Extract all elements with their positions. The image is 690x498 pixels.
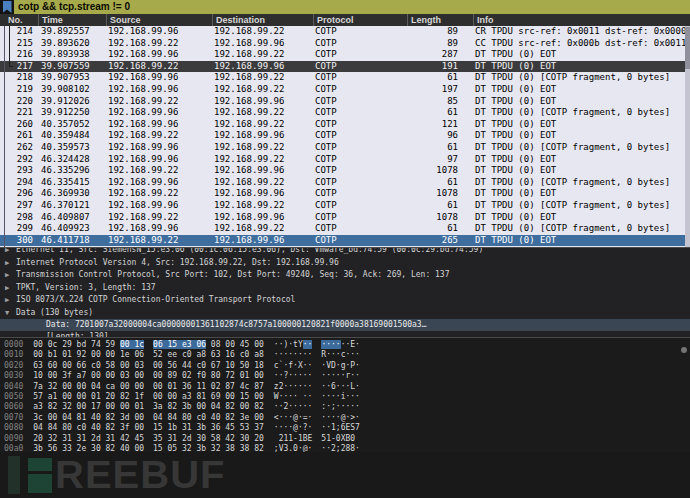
hex-bytes-left[interactable]: 00 0c 29 bd 74 59 00 1c [33, 340, 144, 349]
hex-ascii-left[interactable]: ········ [274, 350, 313, 359]
expand-arrow-icon[interactable]: ▶ [5, 247, 16, 257]
hex-ascii-left[interactable]: ····@·?· [274, 423, 313, 432]
hex-bytes-right[interactable]: 35 31 2d 30 58 42 30 20 [153, 434, 264, 443]
packet-row[interactable]: 29646.369930192.168.99.22192.168.99.96CO… [0, 188, 690, 200]
expand-arrow-icon[interactable]: ▶ [5, 270, 16, 282]
packet-row[interactable]: 21539.893620192.168.99.22192.168.99.96CO… [0, 38, 690, 50]
hex-row[interactable]: 001000 b1 01 92 00 00 1e 0652 ee c0 a8 6… [4, 350, 690, 360]
hex-bytes-left[interactable]: 04 84 80 c0 40 82 3f 00 [33, 423, 144, 432]
packet-row[interactable]: 29346.335296192.168.99.22192.168.99.96CO… [0, 165, 690, 177]
hex-row[interactable]: 0060a3 82 32 00 17 00 00 013a 82 3b 00 0… [4, 402, 690, 412]
col-header-time[interactable]: Time [38, 14, 106, 26]
detail-row[interactable]: ▼Data (130 bytes) [0, 307, 690, 320]
packet-row[interactable]: 21839.907953192.168.99.96192.168.99.22CO… [0, 72, 690, 84]
col-header-destination[interactable]: Destination [212, 14, 313, 26]
col-header-protocol[interactable]: Protocol [313, 14, 407, 26]
packet-row[interactable]: 21739.907559192.168.99.22192.168.99.96CO… [0, 61, 690, 73]
packet-list-scrollbar[interactable] [685, 26, 690, 247]
hex-scrollbar-thumb[interactable] [681, 347, 687, 353]
expand-arrow-icon[interactable]: ▶ [5, 283, 16, 295]
hex-ascii-left[interactable]: W···· ·· [274, 392, 313, 401]
packet-row[interactable]: 29746.370121192.168.99.96192.168.99.22CO… [0, 200, 690, 212]
hex-bytes-left[interactable]: 20 32 31 31 2d 31 42 45 [33, 434, 144, 443]
expand-arrow-icon[interactable]: ▼ [5, 308, 16, 320]
hex-ascii-left[interactable]: ··?····· [274, 371, 313, 380]
hex-ascii-right[interactable]: ······E· [321, 340, 360, 349]
col-header-length[interactable]: Length [407, 14, 473, 26]
hex-ascii-right[interactable]: ··1;6ES7 [321, 423, 360, 432]
hex-ascii-left[interactable]: 211-1BE [274, 434, 313, 443]
hex-row[interactable]: 008004 84 80 c0 40 82 3f 0015 1b 31 3b 3… [4, 423, 690, 433]
filter-bookmark-button[interactable] [0, 0, 14, 14]
hex-ascii-left[interactable]: z2······ [274, 382, 313, 391]
hex-row[interactable]: 009020 32 31 31 2d 31 42 4535 31 2d 30 5… [4, 434, 690, 444]
detail-row[interactable]: ▶TPKT, Version: 3, Length: 137 [0, 282, 690, 295]
hex-bytes-right[interactable]: 00 01 36 11 02 87 4c 87 [153, 382, 264, 391]
hex-ascii-right[interactable]: ·VD·g·P· [321, 361, 360, 370]
packet-row[interactable]: 30046.411718192.168.99.22192.168.99.96CO… [0, 235, 690, 247]
hex-ascii-left[interactable]: ··)·tY·· [274, 340, 313, 349]
packet-row[interactable]: 29946.409923192.168.99.96192.168.99.22CO… [0, 223, 690, 235]
hex-ascii-left[interactable]: <···@·=· [274, 413, 313, 422]
hex-row[interactable]: 00a03b 56 33 2e 30 82 40 0015 05 32 3b 3… [4, 444, 690, 452]
expand-arrow-icon[interactable]: ▶ [5, 295, 16, 307]
hex-ascii-right[interactable]: ··6···L· [321, 382, 360, 391]
hex-row[interactable]: 000000 0c 29 bd 74 59 00 1c06 15 e3 06 0… [4, 340, 690, 350]
col-header-info[interactable]: Info [473, 14, 690, 26]
packet-row[interactable]: 29846.409807192.168.99.22192.168.99.96CO… [0, 212, 690, 224]
hex-ascii-left[interactable]: ··2····· [274, 402, 313, 411]
hex-ascii-right[interactable]: 51-0XB0 [321, 434, 360, 443]
packet-row[interactable]: 21939.908102192.168.99.96192.168.99.22CO… [0, 84, 690, 96]
hex-bytes-right[interactable]: 00 89 02 f0 80 72 01 00 [153, 371, 264, 380]
hex-bytes-left[interactable]: 7a 32 00 00 04 ca 00 00 [33, 382, 144, 391]
hex-ascii-right[interactable]: :·;····· [321, 402, 360, 411]
packet-row[interactable]: 26140.359484192.168.99.22192.168.99.96CO… [0, 130, 690, 142]
hex-bytes-right[interactable]: 52 ee c0 a8 63 16 c0 a8 [153, 350, 264, 359]
hex-ascii-right[interactable]: ·····r·· [321, 371, 360, 380]
hex-bytes-left[interactable]: 57 a1 00 00 01 20 82 1f [33, 392, 144, 401]
hex-bytes-right[interactable]: 04 84 80 c0 40 82 3e 00 [153, 413, 264, 422]
cell-gutter [0, 188, 14, 200]
col-header-no[interactable]: No. [0, 14, 38, 26]
detail-row[interactable]: Data: 7201007a32000004ca0000000136110287… [0, 319, 690, 331]
hex-bytes-right[interactable]: 15 1b 31 3b 36 45 53 37 [153, 423, 264, 432]
detail-row[interactable]: ▶Transmission Control Protocol, Src Port… [0, 269, 690, 282]
hex-bytes-left[interactable]: 10 00 3f a7 00 00 03 00 [33, 371, 144, 380]
expand-arrow-icon[interactable]: ▶ [5, 258, 16, 270]
hex-bytes-right[interactable]: 06 15 e3 06 08 00 45 00 [153, 340, 264, 349]
hex-ascii-right[interactable]: ··2;288· [321, 444, 360, 452]
packet-row[interactable]: 29246.324428192.168.99.96192.168.99.22CO… [0, 154, 690, 166]
hex-bytes-right[interactable]: 00 56 44 c0 67 10 50 18 [153, 361, 264, 370]
hex-bytes-left[interactable]: a3 82 32 00 17 00 00 01 [33, 402, 144, 411]
hex-ascii-left[interactable]: c`·f·X·· [274, 361, 313, 370]
packet-row[interactable]: 22139.912250192.168.99.96192.168.99.22CO… [0, 107, 690, 119]
hex-bytes-left[interactable]: 3b 56 33 2e 30 82 40 00 [33, 444, 144, 452]
packet-row[interactable]: 26240.359573192.168.99.96192.168.99.22CO… [0, 142, 690, 154]
hex-ascii-right[interactable]: ····i··· [321, 392, 360, 401]
packet-row[interactable]: 22039.912026192.168.99.22192.168.99.96CO… [0, 96, 690, 108]
hex-row[interactable]: 003010 00 3f a7 00 00 03 0000 89 02 f0 8… [4, 371, 690, 381]
packet-row[interactable]: 29446.335415192.168.99.96192.168.99.22CO… [0, 177, 690, 189]
hex-row[interactable]: 002063 60 00 66 c0 58 00 0300 56 44 c0 6… [4, 361, 690, 371]
packet-row[interactable]: 26040.357052192.168.99.96192.168.99.22CO… [0, 119, 690, 131]
hex-row[interactable]: 005057 a1 00 00 01 20 82 1f00 00 a3 81 6… [4, 392, 690, 402]
hex-bytes-right[interactable]: 00 00 a3 81 69 00 15 00 [153, 392, 264, 401]
hex-bytes-left[interactable]: 63 60 00 66 c0 58 00 03 [33, 361, 144, 370]
detail-row[interactable]: ▶Ethernet II, Src: SiemensN_15:e3:06 (00… [0, 247, 690, 257]
hex-row[interactable]: 00407a 32 00 00 04 ca 00 0000 01 36 11 0… [4, 382, 690, 392]
hex-bytes-right[interactable]: 15 05 32 3b 32 38 38 82 [153, 444, 264, 452]
hex-bytes-left[interactable]: 00 b1 01 92 00 00 1e 06 [33, 350, 144, 359]
scrollbar-thumb[interactable] [685, 27, 690, 69]
col-header-source[interactable]: Source [106, 14, 212, 26]
hex-bytes-left[interactable]: 3c 00 04 81 40 82 3d 00 [33, 413, 144, 422]
hex-ascii-right[interactable]: R···c··· [321, 350, 360, 359]
packet-row[interactable]: 21639.893938192.168.99.96192.168.99.22CO… [0, 49, 690, 61]
packet-row[interactable]: 21439.892557192.168.99.96192.168.99.22CO… [0, 26, 690, 38]
hex-ascii-left[interactable]: ;V3.0·@· [274, 444, 313, 452]
detail-row[interactable]: ▶ISO 8073/X.224 COTP Connection-Oriented… [0, 294, 690, 307]
display-filter-input[interactable]: cotp && tcp.stream != 0 [14, 0, 690, 14]
detail-row[interactable]: ▶Internet Protocol Version 4, Src: 192.1… [0, 257, 690, 270]
hex-row[interactable]: 00703c 00 04 81 40 82 3d 0004 84 80 c0 4… [4, 413, 690, 423]
hex-ascii-right[interactable]: ····@·>· [321, 413, 360, 422]
hex-bytes-right[interactable]: 3a 82 3b 00 04 82 00 82 [153, 402, 264, 411]
